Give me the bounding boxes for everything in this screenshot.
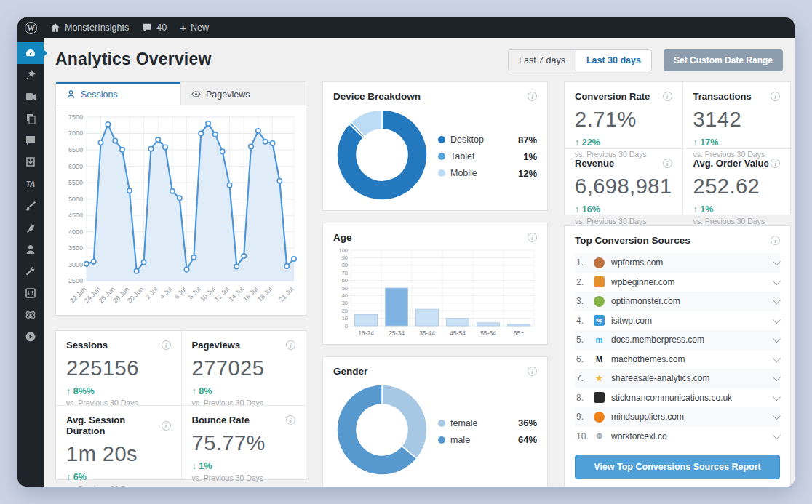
info-icon[interactable]: i bbox=[286, 415, 295, 425]
legend-value: 1% bbox=[523, 151, 537, 162]
sidebar-item-comments[interactable] bbox=[17, 129, 44, 151]
metric-title: Pageviews bbox=[192, 340, 241, 351]
info-icon[interactable]: i bbox=[162, 340, 171, 350]
sidebar-item-video[interactable] bbox=[17, 326, 44, 348]
source-list: 1.wpforms.com2.wpbeginner.com3.optinmons… bbox=[575, 253, 780, 446]
sidebar-item-users[interactable] bbox=[17, 239, 44, 260]
chevron-down-icon[interactable] bbox=[773, 412, 781, 420]
metric-title: Bounce Rate bbox=[192, 415, 250, 425]
sidebar-item-downloads[interactable] bbox=[17, 151, 44, 173]
source-rank: 6. bbox=[576, 354, 594, 364]
comments-menu[interactable]: 40 bbox=[142, 23, 167, 33]
ta-icon: TA bbox=[26, 180, 36, 188]
info-icon[interactable]: i bbox=[771, 159, 780, 168]
set-custom-date-range-button[interactable]: Set Custom Date Range bbox=[664, 49, 783, 71]
metric-value: 252.62 bbox=[693, 175, 780, 199]
source-row-wpbeginner-com[interactable]: 2.wpbeginner.com bbox=[575, 273, 780, 292]
info-icon[interactable]: i bbox=[162, 421, 171, 431]
wrench-icon bbox=[25, 265, 36, 277]
info-icon[interactable]: i bbox=[771, 92, 780, 101]
left-metrics-block: Sessionsi225156↑ 8%%vs. Previous 30 Days… bbox=[55, 330, 306, 480]
legend-label: female bbox=[450, 418, 518, 428]
info-icon[interactable]: i bbox=[663, 159, 672, 168]
pages-icon bbox=[25, 113, 36, 124]
source-domain: wpforms.com bbox=[611, 257, 773, 268]
tab-sessions[interactable]: Sessions bbox=[56, 82, 180, 105]
svg-text:21 Jul: 21 Jul bbox=[277, 286, 295, 303]
info-icon[interactable]: i bbox=[286, 340, 295, 350]
svg-text:5000: 5000 bbox=[68, 196, 83, 203]
source-row-machothemes-com[interactable]: 6.Mmachothemes.com bbox=[575, 350, 780, 369]
device-breakdown-card: Device Breakdown i Desktop87%Tablet1%Mob… bbox=[322, 81, 548, 211]
play-circle-icon bbox=[25, 331, 36, 343]
sidebar-item-extensions[interactable] bbox=[17, 304, 44, 326]
source-row-stickmancommunications-co-uk[interactable]: 8.stickmancommunications.co.uk bbox=[575, 388, 780, 408]
chevron-down-icon[interactable] bbox=[773, 431, 781, 439]
last-30-days-button[interactable]: Last 30 days bbox=[576, 50, 651, 71]
tab-pageviews[interactable]: Pageviews bbox=[180, 82, 306, 105]
source-row-shareasale-analytics-com[interactable]: 7.★shareasale-analytics.com bbox=[575, 369, 780, 388]
source-row-mindsuppliers-com[interactable]: 9.mindsuppliers.com bbox=[575, 407, 780, 427]
metric-value: 225156 bbox=[66, 356, 171, 380]
info-icon[interactable]: i bbox=[528, 233, 537, 242]
sidebar-item-ta[interactable]: TA bbox=[17, 173, 44, 195]
legend-value: 36% bbox=[518, 417, 537, 428]
sidebar-item-pages[interactable] bbox=[17, 108, 44, 129]
sidebar-item-appearance[interactable] bbox=[17, 195, 44, 217]
legend-label: Desktop bbox=[450, 135, 518, 145]
chevron-down-icon[interactable] bbox=[773, 316, 781, 324]
source-rank: 10. bbox=[576, 431, 594, 441]
site-menu[interactable]: MonsterInsights bbox=[50, 23, 129, 33]
info-icon[interactable]: i bbox=[771, 236, 780, 245]
favicon-shareasale-icon: ★ bbox=[594, 373, 605, 384]
device-donut-chart bbox=[333, 106, 431, 207]
source-row-workforcexl-co[interactable]: 10.⊕workforcexl.co bbox=[575, 427, 780, 447]
metric-value: 1m 20s bbox=[66, 442, 171, 466]
info-icon[interactable]: i bbox=[528, 367, 537, 376]
svg-text:65+: 65+ bbox=[514, 329, 524, 337]
tab-pageviews-label: Pageviews bbox=[206, 89, 250, 100]
sessions-line-chart: 2500300035004000450050005500600065007000… bbox=[56, 105, 306, 317]
sidebar-item-settings[interactable] bbox=[17, 282, 44, 304]
settings-sliders-icon bbox=[25, 287, 36, 299]
left-column: Sessions Pageviews 250030003500400045005… bbox=[55, 81, 306, 487]
site-name: MonsterInsights bbox=[65, 23, 129, 33]
last-7-days-button[interactable]: Last 7 days bbox=[509, 50, 576, 71]
wp-logo-menu[interactable]: W bbox=[25, 22, 37, 34]
favicon-memberpress-icon: m bbox=[594, 335, 605, 345]
chevron-down-icon[interactable] bbox=[773, 296, 781, 304]
chevron-down-icon[interactable] bbox=[773, 257, 781, 265]
source-row-isitwp-com[interactable]: 4.wpisitwp.com bbox=[575, 311, 780, 331]
chevron-down-icon[interactable] bbox=[773, 354, 781, 362]
sidebar-item-posts[interactable] bbox=[17, 64, 44, 86]
chevron-down-icon[interactable] bbox=[773, 393, 781, 401]
metric-card-sessions: Sessionsi225156↑ 8%%vs. Previous 30 Days bbox=[56, 331, 181, 405]
source-row-docs-memberpress-com[interactable]: 5.mdocs.memberpress.com bbox=[575, 330, 780, 350]
view-top-conversions-report-button[interactable]: View Top Conversions Sources Report bbox=[575, 455, 780, 479]
plus-icon: + bbox=[180, 23, 186, 33]
source-domain: wpbeginner.com bbox=[611, 277, 773, 287]
svg-text:12 Jul: 12 Jul bbox=[213, 286, 231, 303]
tab-sessions-label: Sessions bbox=[81, 89, 118, 100]
sidebar-item-monsterinsights[interactable] bbox=[17, 42, 44, 64]
info-icon[interactable]: i bbox=[528, 92, 537, 101]
source-row-wpforms-com[interactable]: 1.wpforms.com bbox=[575, 253, 780, 273]
legend-item-tablet: Tablet1% bbox=[438, 151, 537, 162]
svg-text:0: 0 bbox=[345, 323, 348, 329]
info-icon[interactable]: i bbox=[663, 92, 672, 101]
sidebar-item-plugins[interactable] bbox=[17, 217, 44, 239]
sidebar-item-media[interactable] bbox=[17, 86, 44, 108]
svg-text:16 Jul: 16 Jul bbox=[242, 286, 259, 303]
svg-text:2 Jul: 2 Jul bbox=[144, 286, 159, 300]
chevron-down-icon[interactable] bbox=[773, 335, 781, 343]
svg-text:25-34: 25-34 bbox=[389, 329, 405, 337]
wp-admin-sidebar: TA bbox=[17, 38, 44, 487]
svg-text:14 Jul: 14 Jul bbox=[228, 286, 245, 303]
chevron-down-icon[interactable] bbox=[773, 277, 781, 285]
legend-value: 12% bbox=[518, 168, 537, 179]
new-content-menu[interactable]: + New bbox=[180, 23, 209, 33]
chevron-down-icon[interactable] bbox=[773, 373, 781, 381]
metric-card-conversion-rate: Conversion Ratei2.71%↑ 22%vs. Previous 3… bbox=[565, 82, 682, 148]
source-row-optinmonster-com[interactable]: 3.optinmonster.com bbox=[575, 292, 780, 311]
sidebar-item-tools[interactable] bbox=[17, 260, 44, 282]
